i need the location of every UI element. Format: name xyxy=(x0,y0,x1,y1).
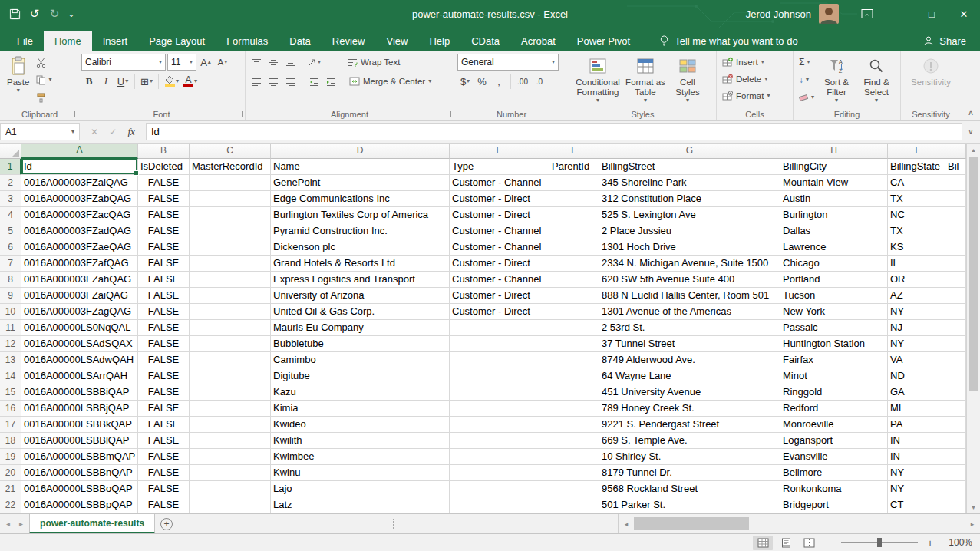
middle-align-button[interactable] xyxy=(266,54,281,71)
row-header-10[interactable]: 10 xyxy=(0,304,21,320)
cell-C22[interactable] xyxy=(190,497,271,513)
cell-A18[interactable]: 0016A00000LSBBlQAP xyxy=(21,433,138,449)
cell-I7[interactable]: IL xyxy=(888,256,945,272)
font-dialog-launcher[interactable] xyxy=(236,111,243,117)
cut-button[interactable] xyxy=(34,54,54,71)
cell-A19[interactable]: 0016A00000LSBBmQAP xyxy=(21,449,138,465)
underline-button[interactable]: U▾ xyxy=(115,73,130,90)
collapse-ribbon-button[interactable]: ∧ xyxy=(968,107,974,117)
cell-A2[interactable]: 0016A000003FZalQAG xyxy=(21,175,138,191)
cell-I5[interactable]: TX xyxy=(888,223,945,239)
cell-A17[interactable]: 0016A00000LSBBkQAP xyxy=(21,417,138,433)
bold-button[interactable]: B xyxy=(81,73,97,90)
cell-E14[interactable] xyxy=(450,368,549,384)
cell-E20[interactable] xyxy=(450,465,549,481)
sheet-tab-active[interactable]: power-automate-results xyxy=(29,514,155,533)
cell-I3[interactable]: TX xyxy=(888,191,945,207)
row-header-5[interactable]: 5 xyxy=(0,223,21,239)
cell-B8[interactable]: FALSE xyxy=(138,272,190,288)
cell-H14[interactable]: Minot xyxy=(780,368,888,384)
ribbon-display-options-button[interactable] xyxy=(851,0,883,28)
zoom-level[interactable]: 100% xyxy=(940,537,972,548)
cell-H11[interactable]: Passaic xyxy=(780,320,888,336)
cell-C8[interactable] xyxy=(190,272,271,288)
cell-G14[interactable]: 64 Wayne Lane xyxy=(599,368,780,384)
cell-J13[interactable] xyxy=(945,352,966,368)
row-header-14[interactable]: 14 xyxy=(0,368,21,384)
normal-view-button[interactable] xyxy=(753,536,773,550)
cell-J9[interactable] xyxy=(945,288,966,304)
cell-H3[interactable]: Austin xyxy=(780,191,888,207)
cell-E22[interactable] xyxy=(450,497,549,513)
cell-J7[interactable] xyxy=(945,256,966,272)
cell-A8[interactable]: 0016A000003FZahQAG xyxy=(21,272,138,288)
cell-I18[interactable]: IN xyxy=(888,433,945,449)
cell-F9[interactable] xyxy=(549,288,599,304)
cell-J22[interactable] xyxy=(945,497,966,513)
cell-J5[interactable] xyxy=(945,223,966,239)
cell-A7[interactable]: 0016A000003FZafQAG xyxy=(21,256,138,272)
cell-F20[interactable] xyxy=(549,465,599,481)
cell-G20[interactable]: 8179 Tunnel Dr. xyxy=(599,465,780,481)
cell-H16[interactable]: Redford xyxy=(780,401,888,417)
align-center-button[interactable] xyxy=(266,73,281,90)
row-header-16[interactable]: 16 xyxy=(0,401,21,417)
conditional-formatting-button[interactable]: Conditional Formatting ▾ xyxy=(572,54,623,108)
cell-E9[interactable]: Customer - Direct xyxy=(450,288,549,304)
cell-G21[interactable]: 9568 Rockland Street xyxy=(599,481,780,497)
cell-H8[interactable]: Portland xyxy=(780,272,888,288)
cell-D22[interactable]: Latz xyxy=(271,497,450,513)
cell-B16[interactable]: FALSE xyxy=(138,401,190,417)
cell-A6[interactable]: 0016A000003FZaeQAG xyxy=(21,239,138,256)
borders-button[interactable]: ⊞▾ xyxy=(139,73,154,90)
share-button[interactable]: Share xyxy=(909,31,980,51)
sort-filter-button[interactable]: AZ Sort & Filter ▾ xyxy=(817,54,856,108)
cell-I14[interactable]: ND xyxy=(888,368,945,384)
cell-C2[interactable] xyxy=(190,175,271,191)
cell-C3[interactable] xyxy=(190,191,271,207)
cell-D9[interactable]: University of Arizona xyxy=(271,288,450,304)
cell-G10[interactable]: 1301 Avenue of the Americas xyxy=(599,304,780,320)
cell-E17[interactable] xyxy=(450,417,549,433)
cell-E4[interactable]: Customer - Direct xyxy=(450,207,549,223)
number-dialog-launcher[interactable] xyxy=(559,111,566,117)
cell-E2[interactable]: Customer - Channel xyxy=(450,175,549,191)
cell-H1[interactable]: BillingCity xyxy=(780,159,888,175)
cell-C15[interactable] xyxy=(190,384,271,401)
cell-B1[interactable]: IsDeleted xyxy=(138,159,190,175)
cell-H19[interactable]: Evansville xyxy=(780,449,888,465)
cell-E7[interactable]: Customer - Direct xyxy=(450,256,549,272)
cell-H12[interactable]: Huntington Station xyxy=(780,336,888,352)
cell-C11[interactable] xyxy=(190,320,271,336)
merge-center-button[interactable]: Merge & Center ▾ xyxy=(346,73,434,90)
cell-F14[interactable] xyxy=(549,368,599,384)
find-select-button[interactable]: Find & Select ▾ xyxy=(856,54,896,108)
cell-I21[interactable]: NY xyxy=(888,481,945,497)
cell-J10[interactable] xyxy=(945,304,966,320)
cell-F16[interactable] xyxy=(549,401,599,417)
scroll-down-arrow[interactable]: ▼ xyxy=(967,501,980,513)
fill-button[interactable]: ↓▾ xyxy=(797,71,817,88)
cell-A14[interactable]: 0016A00000LSArrQAH xyxy=(21,368,138,384)
cell-H9[interactable]: Tucson xyxy=(780,288,888,304)
cell-G16[interactable]: 789 Honey Creek St. xyxy=(599,401,780,417)
cell-F18[interactable] xyxy=(549,433,599,449)
cell-E15[interactable] xyxy=(450,384,549,401)
cell-I15[interactable]: GA xyxy=(888,384,945,401)
row-header-22[interactable]: 22 xyxy=(0,497,21,513)
cell-A13[interactable]: 0016A00000LSAdwQAH xyxy=(21,352,138,368)
cell-J12[interactable] xyxy=(945,336,966,352)
cell-J15[interactable] xyxy=(945,384,966,401)
cell-H20[interactable]: Bellmore xyxy=(780,465,888,481)
cell-H2[interactable]: Mountain View xyxy=(780,175,888,191)
top-align-button[interactable] xyxy=(249,54,264,71)
cell-A21[interactable]: 0016A00000LSBBoQAP xyxy=(21,481,138,497)
maximize-button[interactable]: □ xyxy=(916,0,948,28)
ribbon-tab-review[interactable]: Review xyxy=(322,31,376,51)
cell-F11[interactable] xyxy=(549,320,599,336)
cell-F17[interactable] xyxy=(549,417,599,433)
cell-F5[interactable] xyxy=(549,223,599,239)
cell-D2[interactable]: GenePoint xyxy=(271,175,450,191)
cell-C17[interactable] xyxy=(190,417,271,433)
ribbon-tab-formulas[interactable]: Formulas xyxy=(216,31,279,51)
